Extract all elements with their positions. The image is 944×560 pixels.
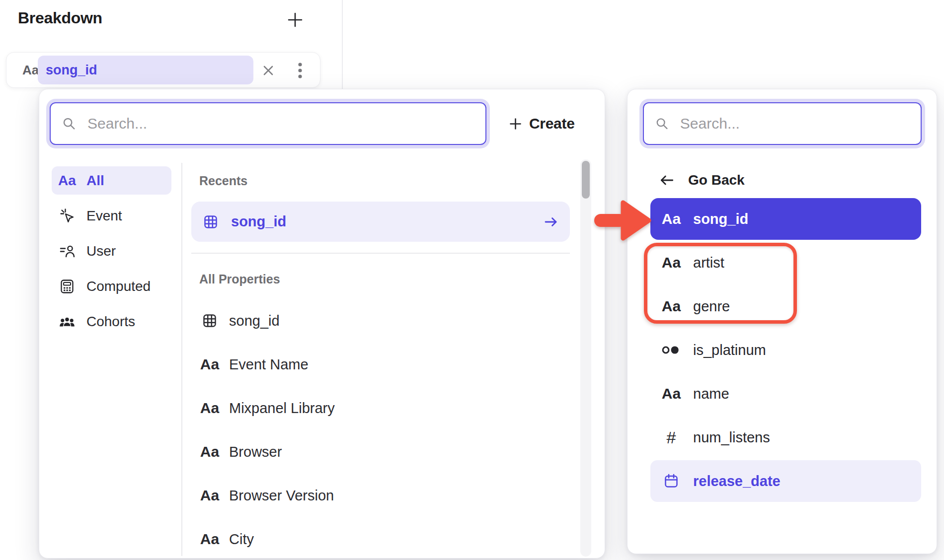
nested-property-label: name (693, 386, 729, 402)
nested-property-panel: Go Back Aa song_id Aa artist Aa genre is… (627, 89, 937, 554)
property-row-mixpanel-library[interactable]: Aa Mixpanel Library (191, 386, 570, 430)
text-icon: Aa (661, 385, 681, 402)
recents-header: Recents (199, 174, 247, 188)
text-icon: Aa (22, 53, 39, 87)
text-icon: Aa (59, 172, 76, 189)
nested-property-label: artist (693, 255, 724, 271)
grid-icon (202, 213, 219, 230)
arrow-left-icon (658, 172, 675, 189)
computed-icon (59, 278, 76, 295)
column-divider (342, 0, 343, 89)
go-back-button[interactable]: Go Back (658, 168, 745, 193)
search-icon (655, 116, 669, 132)
remove-chip-icon[interactable] (262, 64, 275, 77)
nested-property-label: is_platinum (693, 342, 766, 358)
text-icon: Aa (661, 254, 681, 271)
category-label: User (86, 243, 116, 259)
text-icon: Aa (201, 356, 218, 373)
boolean-icon (661, 342, 681, 358)
event-icon (59, 208, 76, 224)
recent-property-label: song_id (231, 213, 286, 230)
property-picker-panel: Create Aa All Event User (39, 89, 605, 559)
nested-property-is-platinum[interactable]: is_platinum (650, 329, 921, 371)
breakdown-title: Breakdown (18, 9, 102, 27)
date-icon (661, 473, 681, 490)
category-all[interactable]: Aa All (52, 166, 171, 195)
text-icon: Aa (201, 487, 218, 504)
property-label: song_id (229, 313, 280, 329)
nested-property-label: genre (693, 298, 730, 315)
property-label: City (229, 531, 254, 548)
category-label: Cohorts (86, 314, 135, 330)
property-label: Browser Version (229, 488, 334, 504)
property-row-city[interactable]: Aa City (191, 517, 570, 560)
category-event[interactable]: Event (52, 202, 171, 230)
property-label: Browser (229, 444, 282, 460)
chip-value-label: song_id (46, 63, 97, 78)
scrollbar-thumb[interactable] (582, 161, 590, 199)
text-icon: Aa (661, 210, 681, 227)
property-row-browser[interactable]: Aa Browser (191, 430, 570, 474)
text-icon: Aa (201, 531, 218, 548)
property-label: Event Name (229, 356, 309, 373)
add-breakdown-button[interactable] (286, 11, 304, 29)
category-computed[interactable]: Computed (52, 272, 171, 300)
nested-property-label: num_listens (693, 429, 770, 446)
sidebar-divider (181, 163, 182, 556)
category-sidebar: Aa All Event User (52, 166, 171, 343)
cohorts-icon (59, 313, 76, 330)
list-divider (191, 253, 570, 254)
grid-icon (201, 312, 218, 329)
nested-property-song-id[interactable]: Aa song_id (650, 198, 921, 240)
property-row-event-name[interactable]: Aa Event Name (191, 343, 570, 386)
number-icon: # (661, 429, 681, 446)
category-label: Event (86, 208, 122, 224)
scrollbar-track[interactable] (580, 159, 591, 557)
category-user[interactable]: User (52, 237, 171, 265)
right-search-box[interactable] (643, 102, 922, 145)
search-input[interactable] (680, 115, 910, 132)
property-row-song-id[interactable]: song_id (191, 299, 570, 343)
text-icon: Aa (661, 298, 681, 315)
text-icon: Aa (201, 443, 218, 460)
nested-property-release-date[interactable]: release_date (650, 460, 921, 502)
all-properties-header: All Properties (199, 272, 280, 286)
recent-property-song-id[interactable]: song_id (191, 202, 570, 242)
nested-property-label: song_id (693, 211, 748, 227)
go-back-label: Go Back (688, 172, 745, 188)
text-icon: Aa (201, 400, 218, 417)
nested-property-artist[interactable]: Aa artist (650, 242, 921, 283)
property-list: Recents song_id All Properties (191, 89, 570, 559)
nested-property-genre[interactable]: Aa genre (650, 285, 921, 327)
breakdown-chip[interactable]: Aa song_id (6, 52, 320, 88)
nested-property-num-listens[interactable]: # num_listens (650, 417, 921, 458)
chip-kebab-menu-icon[interactable] (297, 62, 304, 79)
nested-property-label: release_date (693, 473, 781, 490)
category-cohorts[interactable]: Cohorts (52, 307, 171, 336)
category-label: All (86, 173, 104, 189)
nested-property-name[interactable]: Aa name (650, 373, 921, 415)
category-label: Computed (86, 279, 151, 294)
property-row-browser-version[interactable]: Aa Browser Version (191, 474, 570, 517)
property-label: Mixpanel Library (229, 400, 335, 417)
breakdown-chip-value[interactable]: song_id (38, 56, 253, 84)
user-icon (59, 243, 76, 260)
arrow-right-icon (543, 214, 559, 230)
search-icon (62, 116, 77, 132)
